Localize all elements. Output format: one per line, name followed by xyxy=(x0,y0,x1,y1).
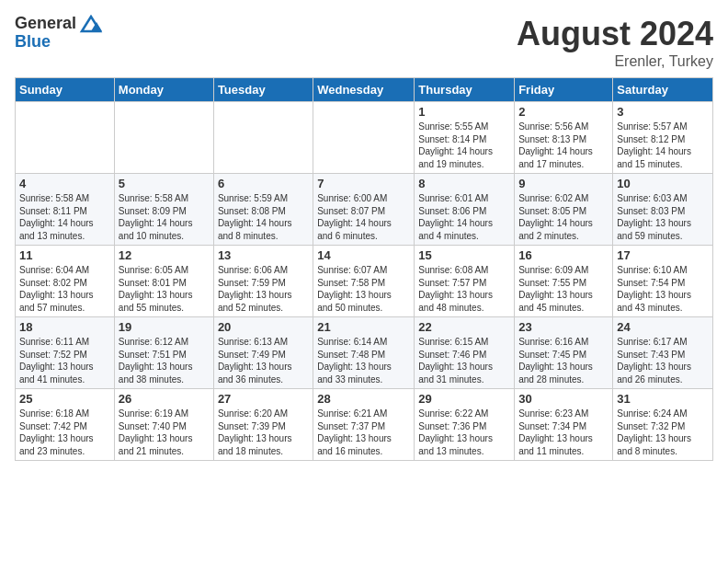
day-info: Sunrise: 6:16 AMSunset: 7:45 PMDaylight:… xyxy=(518,336,609,385)
weekday-header: Tuesday xyxy=(213,78,313,102)
table-row: 14Sunrise: 6:07 AMSunset: 7:58 PMDayligh… xyxy=(313,246,415,317)
table-row: 31Sunrise: 6:24 AMSunset: 7:32 PMDayligh… xyxy=(613,389,713,461)
logo-blue: Blue xyxy=(15,33,104,52)
table-row: 22Sunrise: 6:15 AMSunset: 7:46 PMDayligh… xyxy=(415,317,515,389)
day-info: Sunrise: 6:05 AMSunset: 8:01 PMDaylight:… xyxy=(119,264,210,314)
calendar-row: 1Sunrise: 5:55 AMSunset: 8:14 PMDaylight… xyxy=(16,102,713,174)
day-info: Sunrise: 6:01 AMSunset: 8:06 PMDaylight:… xyxy=(418,192,510,242)
table-row: 4Sunrise: 5:58 AMSunset: 8:11 PMDaylight… xyxy=(16,174,115,246)
weekday-header-row: SundayMondayTuesdayWednesdayThursdayFrid… xyxy=(16,78,713,102)
day-number: 5 xyxy=(119,177,210,190)
day-number: 6 xyxy=(218,177,309,190)
table-row: 24Sunrise: 6:17 AMSunset: 7:43 PMDayligh… xyxy=(613,317,713,389)
weekday-header: Friday xyxy=(515,78,613,102)
day-info: Sunrise: 6:17 AMSunset: 7:43 PMDaylight:… xyxy=(617,336,709,385)
day-number: 12 xyxy=(119,248,210,262)
day-number: 19 xyxy=(119,320,210,334)
logo-icon xyxy=(78,15,104,33)
day-info: Sunrise: 6:12 AMSunset: 7:51 PMDaylight:… xyxy=(119,336,210,385)
day-info: Sunrise: 6:03 AMSunset: 8:03 PMDaylight:… xyxy=(617,192,709,242)
day-number: 3 xyxy=(617,105,709,119)
day-number: 20 xyxy=(218,320,309,334)
day-number: 27 xyxy=(218,392,309,406)
calendar-row: 4Sunrise: 5:58 AMSunset: 8:11 PMDaylight… xyxy=(16,174,713,246)
calendar: SundayMondayTuesdayWednesdayThursdayFrid… xyxy=(15,77,713,461)
day-info: Sunrise: 5:58 AMSunset: 8:11 PMDaylight:… xyxy=(19,192,110,242)
day-number: 15 xyxy=(418,248,510,262)
day-info: Sunrise: 6:21 AMSunset: 7:37 PMDaylight:… xyxy=(317,408,410,457)
day-info: Sunrise: 6:14 AMSunset: 7:48 PMDaylight:… xyxy=(317,336,410,385)
table-row: 11Sunrise: 6:04 AMSunset: 8:02 PMDayligh… xyxy=(16,246,115,317)
table-row: 9Sunrise: 6:02 AMSunset: 8:05 PMDaylight… xyxy=(515,174,613,246)
table-row: 26Sunrise: 6:19 AMSunset: 7:40 PMDayligh… xyxy=(114,389,213,461)
table-row xyxy=(313,102,415,174)
day-number: 30 xyxy=(518,392,609,406)
table-row: 18Sunrise: 6:11 AMSunset: 7:52 PMDayligh… xyxy=(16,317,115,389)
day-info: Sunrise: 6:06 AMSunset: 7:59 PMDaylight:… xyxy=(218,264,309,314)
day-number: 21 xyxy=(317,320,410,334)
day-info: Sunrise: 6:02 AMSunset: 8:05 PMDaylight:… xyxy=(518,192,609,242)
day-info: Sunrise: 6:04 AMSunset: 8:02 PMDaylight:… xyxy=(19,264,110,314)
day-info: Sunrise: 6:24 AMSunset: 7:32 PMDaylight:… xyxy=(617,408,709,457)
table-row: 13Sunrise: 6:06 AMSunset: 7:59 PMDayligh… xyxy=(213,246,313,317)
day-info: Sunrise: 5:58 AMSunset: 8:09 PMDaylight:… xyxy=(119,192,210,242)
table-row: 3Sunrise: 5:57 AMSunset: 8:12 PMDaylight… xyxy=(613,102,713,174)
weekday-header: Sunday xyxy=(16,78,115,102)
calendar-row: 11Sunrise: 6:04 AMSunset: 8:02 PMDayligh… xyxy=(16,246,713,317)
day-info: Sunrise: 6:13 AMSunset: 7:49 PMDaylight:… xyxy=(218,336,309,385)
page-header: General Blue August 2024 Erenler, Turkey xyxy=(15,15,713,70)
table-row: 28Sunrise: 6:21 AMSunset: 7:37 PMDayligh… xyxy=(313,389,415,461)
day-number: 17 xyxy=(617,248,709,262)
day-info: Sunrise: 6:18 AMSunset: 7:42 PMDaylight:… xyxy=(19,408,110,457)
day-number: 8 xyxy=(418,177,510,190)
table-row: 16Sunrise: 6:09 AMSunset: 7:55 PMDayligh… xyxy=(515,246,613,317)
main-title: August 2024 xyxy=(517,15,713,53)
day-number: 4 xyxy=(19,177,110,190)
logo: General Blue xyxy=(15,15,104,52)
table-row: 21Sunrise: 6:14 AMSunset: 7:48 PMDayligh… xyxy=(313,317,415,389)
day-info: Sunrise: 5:55 AMSunset: 8:14 PMDaylight:… xyxy=(418,121,510,170)
day-number: 29 xyxy=(418,392,510,406)
weekday-header: Thursday xyxy=(415,78,515,102)
day-number: 2 xyxy=(518,105,609,119)
day-info: Sunrise: 6:07 AMSunset: 7:58 PMDaylight:… xyxy=(317,264,410,314)
table-row: 7Sunrise: 6:00 AMSunset: 8:07 PMDaylight… xyxy=(313,174,415,246)
table-row: 29Sunrise: 6:22 AMSunset: 7:36 PMDayligh… xyxy=(415,389,515,461)
table-row xyxy=(16,102,115,174)
day-info: Sunrise: 6:08 AMSunset: 7:57 PMDaylight:… xyxy=(418,264,510,314)
day-number: 31 xyxy=(617,392,709,406)
weekday-header: Monday xyxy=(114,78,213,102)
day-number: 28 xyxy=(317,392,410,406)
table-row: 6Sunrise: 5:59 AMSunset: 8:08 PMDaylight… xyxy=(213,174,313,246)
day-number: 22 xyxy=(418,320,510,334)
day-info: Sunrise: 6:11 AMSunset: 7:52 PMDaylight:… xyxy=(19,336,110,385)
day-number: 23 xyxy=(518,320,609,334)
day-number: 26 xyxy=(119,392,210,406)
table-row: 2Sunrise: 5:56 AMSunset: 8:13 PMDaylight… xyxy=(515,102,613,174)
table-row: 10Sunrise: 6:03 AMSunset: 8:03 PMDayligh… xyxy=(613,174,713,246)
day-info: Sunrise: 6:10 AMSunset: 7:54 PMDaylight:… xyxy=(617,264,709,314)
table-row: 20Sunrise: 6:13 AMSunset: 7:49 PMDayligh… xyxy=(213,317,313,389)
day-number: 24 xyxy=(617,320,709,334)
day-number: 7 xyxy=(317,177,410,190)
table-row: 1Sunrise: 5:55 AMSunset: 8:14 PMDaylight… xyxy=(415,102,515,174)
day-info: Sunrise: 6:15 AMSunset: 7:46 PMDaylight:… xyxy=(418,336,510,385)
day-number: 9 xyxy=(518,177,609,190)
day-number: 11 xyxy=(19,248,110,262)
table-row xyxy=(114,102,213,174)
calendar-row: 25Sunrise: 6:18 AMSunset: 7:42 PMDayligh… xyxy=(16,389,713,461)
table-row: 27Sunrise: 6:20 AMSunset: 7:39 PMDayligh… xyxy=(213,389,313,461)
day-info: Sunrise: 6:19 AMSunset: 7:40 PMDaylight:… xyxy=(119,408,210,457)
table-row: 23Sunrise: 6:16 AMSunset: 7:45 PMDayligh… xyxy=(515,317,613,389)
title-block: August 2024 Erenler, Turkey xyxy=(517,15,713,70)
table-row: 30Sunrise: 6:23 AMSunset: 7:34 PMDayligh… xyxy=(515,389,613,461)
subtitle: Erenler, Turkey xyxy=(517,53,713,70)
table-row: 19Sunrise: 6:12 AMSunset: 7:51 PMDayligh… xyxy=(114,317,213,389)
day-number: 16 xyxy=(518,248,609,262)
table-row: 17Sunrise: 6:10 AMSunset: 7:54 PMDayligh… xyxy=(613,246,713,317)
weekday-header: Wednesday xyxy=(313,78,415,102)
day-info: Sunrise: 5:57 AMSunset: 8:12 PMDaylight:… xyxy=(617,121,709,170)
table-row: 12Sunrise: 6:05 AMSunset: 8:01 PMDayligh… xyxy=(114,246,213,317)
table-row: 15Sunrise: 6:08 AMSunset: 7:57 PMDayligh… xyxy=(415,246,515,317)
day-number: 14 xyxy=(317,248,410,262)
